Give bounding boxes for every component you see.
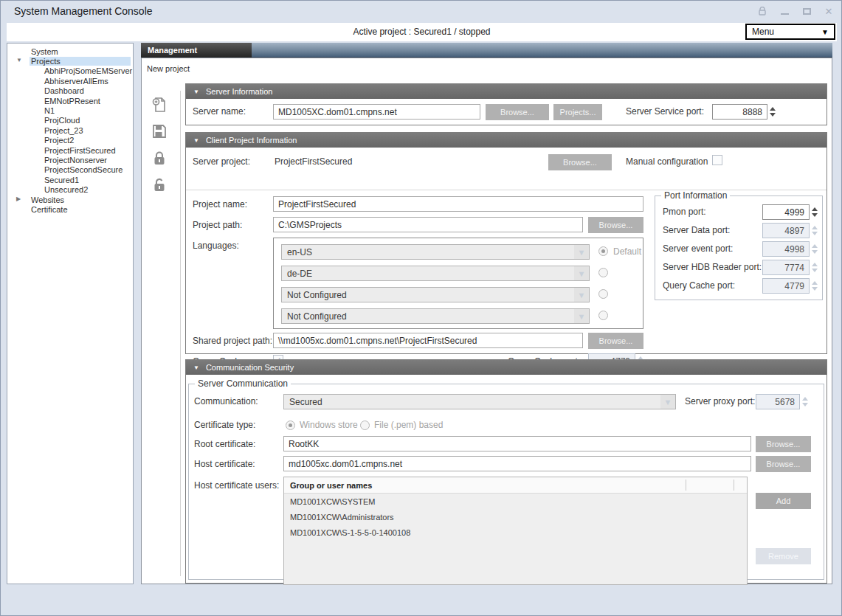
default-language-radio-3 xyxy=(598,289,608,299)
spinner-arrows xyxy=(812,263,818,272)
column-separator xyxy=(734,480,734,491)
save-icon xyxy=(152,124,167,139)
collapse-icon: ▼ xyxy=(193,364,199,371)
spinner-arrows xyxy=(802,397,808,406)
maximize-button[interactable] xyxy=(801,6,812,16)
close-button[interactable]: ✕ xyxy=(824,6,834,16)
spinner-arrows[interactable] xyxy=(812,207,818,217)
chevron-down-icon: ▼ xyxy=(821,28,829,36)
tree-item-certificate[interactable]: Certificate xyxy=(7,204,133,214)
host-certificate-users-label: Host certificate users: xyxy=(194,480,279,491)
tab-strip: Management xyxy=(141,43,832,58)
system-management-console-window: { "glyphs": { "collapse": "▼", "tree_exp… xyxy=(0,0,842,616)
server-hdb-reader-port-stepper: 7774 xyxy=(762,260,818,275)
tree-item-project[interactable]: ProjectSecondSecure xyxy=(7,165,133,175)
minimize-button[interactable] xyxy=(779,6,790,16)
pmon-port-stepper[interactable]: 4999 xyxy=(762,204,818,220)
tree-item-project[interactable]: ProjectFirstSecured xyxy=(7,145,133,155)
unlock-project-button[interactable] xyxy=(150,175,169,194)
tree-expanded-icon[interactable]: ▼ xyxy=(16,57,25,63)
spinner-arrows[interactable] xyxy=(770,107,776,117)
language-dropdown-2[interactable]: de-DE ▼ xyxy=(281,266,590,281)
pem-file-radio xyxy=(360,421,370,430)
language-dropdown-4[interactable]: Not Configured ▼ xyxy=(281,308,590,324)
user-list-item[interactable]: MD1001XCW\S-1-5-5-0-1400108 xyxy=(284,525,747,540)
host-certificate-input[interactable]: md1005xc.dom01.cmpns.net xyxy=(283,456,751,471)
client-project-header[interactable]: ▼ Client Project Information xyxy=(186,133,827,148)
projects-button[interactable]: Projects... xyxy=(553,104,602,120)
host-certificate-browse-button[interactable]: Browse... xyxy=(756,456,811,472)
server-browse-button[interactable]: Browse... xyxy=(486,104,549,120)
user-list-item[interactable]: MD1001XCW\Administrators xyxy=(284,509,747,525)
project-path-browse-button[interactable]: Browse... xyxy=(588,217,643,233)
server-proxy-port-stepper: 5678 xyxy=(756,394,808,409)
toolbar-separator xyxy=(180,91,181,576)
users-list-header: Group or user names xyxy=(284,477,747,494)
communication-security-header[interactable]: ▼ Communication Security xyxy=(186,360,827,375)
server-name-input[interactable]: MD1005XC.dom01.cmpns.net xyxy=(273,104,480,120)
tree-item-project[interactable]: Project2 xyxy=(7,136,133,145)
server-information-header[interactable]: ▼ Server Information xyxy=(186,84,827,99)
view-title: New project xyxy=(147,64,190,73)
server-event-port-stepper: 4998 xyxy=(762,241,818,257)
window-controls: ✕ xyxy=(757,6,834,16)
user-list-item[interactable]: MD1001XCW\SYSTEM xyxy=(284,494,747,509)
add-user-button[interactable]: Add xyxy=(756,493,811,509)
language-dropdown-3[interactable]: Not Configured ▼ xyxy=(281,287,590,302)
tree-item-project[interactable]: ProjCloud xyxy=(7,116,133,125)
section-communication-security: ▼ Communication Security Server Communic… xyxy=(185,359,827,584)
tree-collapsed-icon[interactable]: ▶ xyxy=(16,195,25,202)
tree-item-project[interactable]: AbhiProjSomeEMServer xyxy=(7,66,133,76)
new-document-icon xyxy=(152,97,167,113)
tree-item-project[interactable]: EMNotPResent xyxy=(7,96,133,105)
server-communication-group: Server Communication Communication: Secu… xyxy=(188,384,824,580)
section-client-project-information: ▼ Client Project Information Server proj… xyxy=(185,132,827,354)
root-certificate-browse-button[interactable]: Browse... xyxy=(756,436,811,452)
tree-item-project[interactable]: N1 xyxy=(7,105,133,115)
section-server-information: ▼ Server Information Server name: MD1005… xyxy=(185,83,827,125)
shared-project-path-input[interactable]: \\md1005xc.dom01.cmpns.net\ProjectFirstS… xyxy=(273,333,583,348)
tree-item-project[interactable]: Project_23 xyxy=(7,125,133,135)
navigation-tree: System ▼ Projects AbhiProjSomeEMServer A… xyxy=(7,43,134,584)
chevron-down-icon: ▼ xyxy=(574,309,589,323)
project-path-input[interactable]: C:\GMSProjects xyxy=(273,217,583,232)
communication-dropdown[interactable]: Secured ▼ xyxy=(283,394,676,409)
save-button[interactable] xyxy=(150,122,169,141)
tree-item-websites[interactable]: ▶ Websites xyxy=(7,195,133,204)
lock-icon xyxy=(757,6,767,16)
manual-configuration-checkbox[interactable] xyxy=(712,155,722,165)
default-language-radio-2 xyxy=(598,268,608,277)
tree-item-project[interactable]: AbhiserverAllEms xyxy=(7,76,133,86)
tree-item-project[interactable]: Dashboard xyxy=(7,86,133,96)
server-project-value: ProjectFirstSecured xyxy=(275,156,352,167)
title-bar: System Management Console ✕ xyxy=(1,1,841,23)
tab-management[interactable]: Management xyxy=(141,43,252,58)
lock-project-button[interactable] xyxy=(150,148,169,167)
chevron-down-icon: ▼ xyxy=(660,395,675,409)
service-port-stepper[interactable]: 8888 xyxy=(712,104,776,120)
unlock-icon xyxy=(152,177,167,193)
certificate-users-list[interactable]: Group or user names MD1001XCW\SYSTEM MD1… xyxy=(283,477,748,585)
root-certificate-input[interactable]: RootKK xyxy=(283,436,751,451)
row-divider xyxy=(186,190,827,190)
tree-item-project[interactable]: Unsecured2 xyxy=(7,184,133,194)
management-content: New project xyxy=(141,58,832,584)
tree-item-project[interactable]: Secured1 xyxy=(7,175,133,184)
windows-store-radio xyxy=(286,421,295,430)
project-name-input[interactable]: ProjectFirstSecured xyxy=(273,196,643,212)
project-name-label: Project name: xyxy=(193,199,247,210)
collapse-icon: ▼ xyxy=(193,137,199,144)
shared-path-browse-button[interactable]: Browse... xyxy=(588,333,643,349)
default-label: Default xyxy=(613,246,641,257)
tree-item-system[interactable]: System xyxy=(7,46,133,56)
new-project-button[interactable] xyxy=(150,95,169,114)
tree-item-project[interactable]: ProjectNonserver xyxy=(7,155,133,165)
tree-item-projects[interactable]: ▼ Projects xyxy=(7,56,133,66)
status-strip: Active project : Secured1 / stopped Menu… xyxy=(7,23,837,41)
server-data-port-stepper: 4897 xyxy=(762,223,818,238)
server-project-browse-button[interactable]: Browse... xyxy=(548,154,612,170)
pem-file-label: File (.pem) based xyxy=(374,420,443,430)
language-dropdown-1[interactable]: en-US ▼ xyxy=(281,244,590,260)
menu-dropdown[interactable]: Menu ▼ xyxy=(745,24,835,40)
languages-box: en-US ▼ Default de-DE ▼ Not Configured ▼ xyxy=(273,238,643,329)
